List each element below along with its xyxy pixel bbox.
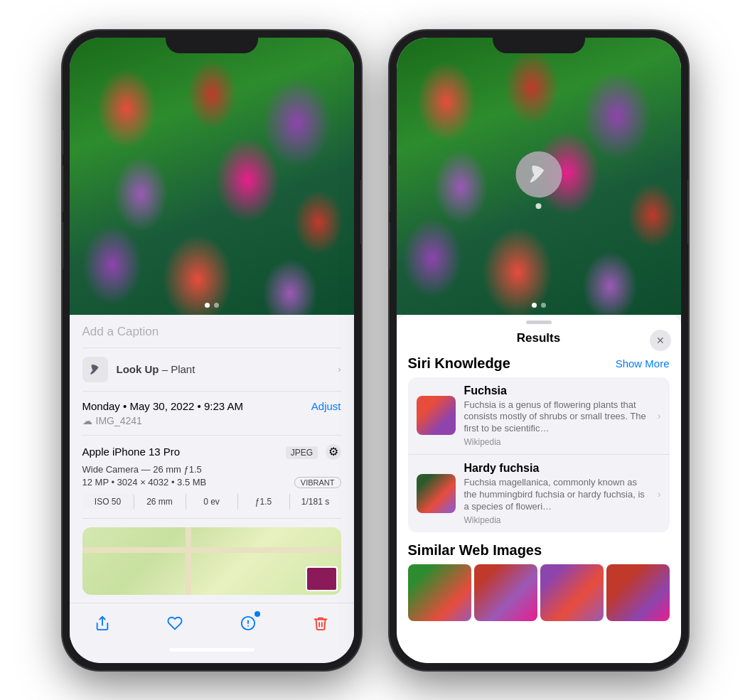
- tech-specs: ISO 50 26 mm 0 ev ƒ1.5 1/181 s: [82, 494, 341, 510]
- lookup-row[interactable]: Look Up – Plant ›: [82, 348, 341, 392]
- home-indicator-right: [496, 648, 582, 652]
- device-name: Apple iPhone 13 Pro: [82, 446, 181, 458]
- home-indicator-left: [169, 648, 255, 652]
- fuchsia-info: Fuchsia Fuchsia is a genus of flowering …: [464, 384, 649, 448]
- info-button[interactable]: [237, 612, 259, 635]
- lookup-icon-wrap: [82, 357, 108, 382]
- meta-filename: ☁ IMG_4241: [82, 415, 341, 426]
- meta-row1: Monday • May 30, 2022 • 9:23 AM Adjust: [82, 400, 341, 412]
- tech-spec-iso: ISO 50: [82, 494, 134, 510]
- hardy-desc: Fuchsia magellanica, commonly known as t…: [464, 477, 649, 513]
- siri-dot: [536, 203, 542, 209]
- fuchsia-desc: Fuchsia is a genus of flowering plants t…: [464, 399, 649, 436]
- siri-knowledge-title: Siri Knowledge: [408, 355, 510, 372]
- left-screen: Add a Caption Look Up – Plant › Monday •…: [70, 38, 354, 663]
- lookup-chevron: ›: [338, 364, 341, 375]
- filename-text: IMG_4241: [96, 415, 142, 426]
- info-badge: [253, 610, 262, 618]
- siri-overlay: [515, 151, 562, 209]
- map-preview[interactable]: [82, 527, 341, 595]
- tech-spec-mm: 26 mm: [134, 494, 186, 510]
- settings-icon[interactable]: ⚙: [326, 444, 341, 460]
- file-spec-text: 12 MP • 3024 × 4032 • 3.5 MB: [82, 477, 207, 488]
- knowledge-card: Fuchsia Fuchsia is a genus of flowering …: [408, 377, 670, 532]
- page-dots-left: [205, 303, 219, 308]
- caption-placeholder[interactable]: Add a Caption: [82, 325, 159, 338]
- photo-area-right: [397, 38, 681, 315]
- info-icon: [240, 615, 256, 631]
- share-icon: [95, 615, 110, 631]
- siri-circle: [515, 151, 562, 198]
- file-spec-row: 12 MP • 3024 × 4032 • 3.5 MB VIBRANT: [82, 477, 341, 488]
- page-dot-right-1: [532, 303, 537, 308]
- hardy-thumb: [417, 474, 456, 513]
- meta-date: Monday • May 30, 2022 • 9:23 AM: [82, 400, 243, 412]
- meta-section: Monday • May 30, 2022 • 9:23 AM Adjust ☁…: [82, 392, 341, 436]
- map-road-v: [186, 527, 191, 595]
- device-row: Apple iPhone 13 Pro JPEG ⚙: [82, 444, 341, 460]
- share-button[interactable]: [91, 612, 114, 635]
- cloud-icon: ☁: [82, 415, 92, 426]
- adjust-button[interactable]: Adjust: [311, 400, 341, 412]
- hardy-chevron: ›: [658, 488, 661, 500]
- left-phone: Add a Caption Look Up – Plant › Monday •…: [63, 31, 361, 670]
- caption-area[interactable]: Add a Caption: [82, 315, 341, 348]
- hardy-name: Hardy fuchsia: [464, 462, 649, 475]
- right-screen: Results ✕ Siri Knowledge Show More Fu: [397, 38, 681, 663]
- tech-spec-f: ƒ1.5: [238, 494, 290, 510]
- close-button[interactable]: ✕: [650, 330, 671, 351]
- hardy-info: Hardy fuchsia Fuchsia magellanica, commo…: [464, 462, 649, 525]
- photo-area-left[interactable]: [70, 38, 354, 315]
- similar-img-2[interactable]: [474, 564, 537, 621]
- similar-section: Similar Web Images: [408, 542, 670, 621]
- results-panel: Results ✕ Siri Knowledge Show More Fu: [397, 315, 681, 663]
- camera-spec: Wide Camera — 26 mm ƒ1.5: [82, 464, 341, 475]
- map-thumbnail: [306, 566, 338, 591]
- leaf-icon: [88, 362, 102, 377]
- show-more-button[interactable]: Show More: [616, 357, 670, 370]
- page-dot-2: [214, 303, 219, 308]
- toolbar: [70, 603, 354, 643]
- flower-background-left: [70, 38, 354, 315]
- page-dot-1: [205, 303, 210, 308]
- similar-img-1[interactable]: [408, 564, 471, 621]
- page-dot-right-2: [541, 303, 546, 308]
- fuchsia-chevron: ›: [658, 410, 661, 421]
- device-section: Apple iPhone 13 Pro JPEG ⚙ Wide Camera —…: [82, 436, 341, 519]
- siri-leaf-icon: [527, 162, 551, 186]
- map-road-h: [82, 547, 341, 553]
- knowledge-item-hardy[interactable]: Hardy fuchsia Fuchsia magellanica, commo…: [408, 455, 670, 532]
- trash-icon: [313, 615, 328, 631]
- tech-spec-ev: 0 ev: [186, 494, 238, 510]
- heart-icon: [167, 615, 183, 631]
- fuchsia-name: Fuchsia: [464, 384, 649, 397]
- format-badge-wrap: JPEG ⚙: [286, 444, 341, 460]
- page-dots-right: [532, 303, 546, 308]
- fuchsia-source: Wikipedia: [464, 437, 649, 447]
- similar-img-3[interactable]: [540, 564, 604, 621]
- siri-knowledge-header: Siri Knowledge Show More: [408, 355, 670, 372]
- similar-img-4[interactable]: [606, 564, 670, 621]
- tech-spec-shutter: 1/181 s: [290, 494, 341, 510]
- results-title: Results: [517, 331, 560, 345]
- hardy-source: Wikipedia: [464, 515, 649, 525]
- results-header: Results ✕: [397, 324, 681, 351]
- delete-button[interactable]: [309, 612, 332, 635]
- results-content: Siri Knowledge Show More Fuchsia Fuchsia…: [397, 351, 681, 663]
- like-button[interactable]: [164, 612, 186, 635]
- similar-images: [408, 564, 670, 621]
- vibrant-badge: VIBRANT: [294, 477, 341, 488]
- fuchsia-thumb: [417, 396, 456, 435]
- lookup-label: Look Up – Plant: [117, 363, 195, 375]
- right-phone: Results ✕ Siri Knowledge Show More Fu: [390, 31, 688, 670]
- close-icon: ✕: [656, 335, 665, 346]
- similar-title: Similar Web Images: [408, 542, 670, 559]
- format-badge: JPEG: [286, 446, 318, 459]
- knowledge-item-fuchsia[interactable]: Fuchsia Fuchsia is a genus of flowering …: [408, 377, 670, 456]
